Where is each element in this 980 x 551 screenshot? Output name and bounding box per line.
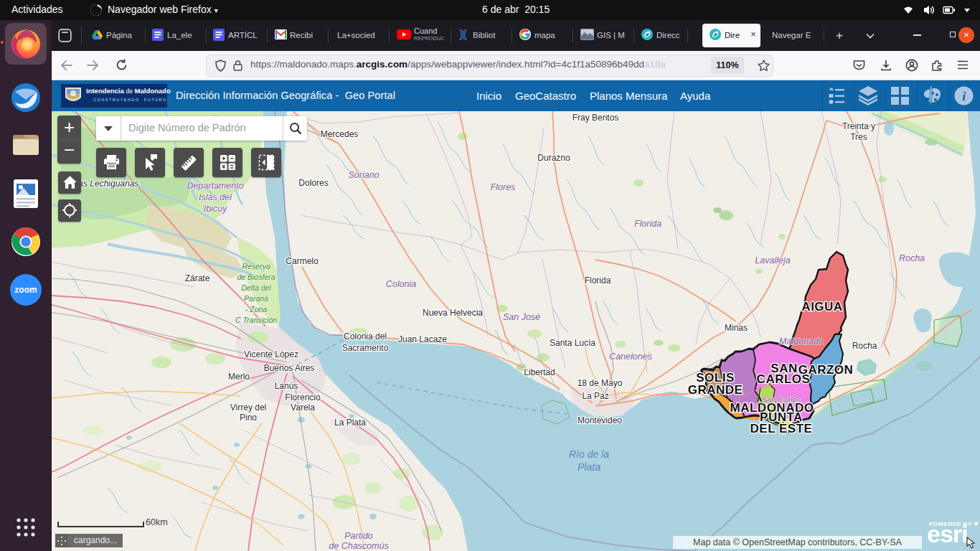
- svg-text:Lanús: Lanús: [275, 381, 298, 391]
- svg-text:Mercedes: Mercedes: [321, 129, 359, 139]
- svg-text:DEL ESTE: DEL ESTE: [750, 422, 813, 435]
- svg-text:Canelones: Canelones: [609, 352, 652, 362]
- svg-text:La Plata: La Plata: [334, 418, 366, 428]
- svg-text:Varela: Varela: [291, 402, 315, 413]
- svg-text:Libertad: Libertad: [524, 367, 555, 377]
- svg-text:Reserva: Reserva: [242, 262, 270, 270]
- svg-text:Soriano: Soriano: [348, 170, 379, 180]
- svg-text:i: i: [962, 90, 966, 103]
- svg-text:de Biosfera: de Biosfera: [237, 273, 275, 281]
- svg-text:Juan Lacaze: Juan Lacaze: [398, 334, 447, 344]
- svg-text:Departamento: Departamento: [187, 181, 243, 191]
- svg-text:Durazno: Durazno: [537, 153, 570, 163]
- svg-text:Paraná: Paraná: [244, 294, 268, 303]
- svg-text:GARZON: GARZON: [798, 363, 854, 377]
- svg-text:Virrey del: Virrey del: [230, 402, 266, 413]
- svg-text:Carmelo: Carmelo: [286, 256, 319, 266]
- svg-text:Florida: Florida: [634, 219, 661, 229]
- svg-text:Treinta y: Treinta y: [842, 121, 875, 131]
- svg-text:Minas: Minas: [725, 323, 748, 333]
- svg-text:San José: San José: [503, 312, 540, 322]
- svg-text:Rocha: Rocha: [899, 253, 925, 263]
- svg-text:Montevideo: Montevideo: [578, 415, 622, 425]
- svg-text:Santa Lucía: Santa Lucía: [550, 338, 595, 348]
- svg-text:GRANDE: GRANDE: [688, 383, 743, 397]
- svg-text:Tres: Tres: [850, 132, 867, 142]
- svg-text:Buenos Aires: Buenos Aires: [264, 363, 315, 373]
- svg-text:Islas del: Islas del: [199, 192, 232, 202]
- svg-text:La Paz: La Paz: [582, 391, 608, 401]
- svg-text:Lavalleja: Lavalleja: [755, 255, 790, 265]
- svg-text:Delta del: Delta del: [241, 283, 271, 292]
- svg-text:Fray Bentos: Fray Bentos: [573, 113, 619, 123]
- svg-text:Colonia del: Colonia del: [344, 331, 387, 342]
- svg-text:Merlo: Merlo: [228, 372, 250, 382]
- svg-text:Partido: Partido: [344, 531, 373, 541]
- svg-text:Rocha: Rocha: [852, 341, 877, 351]
- svg-text:18 de Mayo: 18 de Mayo: [578, 378, 623, 388]
- svg-text:Plata: Plata: [578, 461, 600, 473]
- svg-text:Sacramento: Sacramento: [342, 343, 389, 353]
- svg-text:Río de la: Río de la: [569, 448, 609, 460]
- svg-text:Florida: Florida: [585, 276, 611, 286]
- svg-text:las Lechiguanas: las Lechiguanas: [77, 179, 139, 189]
- svg-text:Pino: Pino: [240, 413, 257, 423]
- svg-text:Nueva Helvecia: Nueva Helvecia: [423, 308, 483, 318]
- svg-text:Zárate: Zárate: [185, 273, 210, 283]
- svg-text:C Transición: C Transición: [235, 316, 277, 324]
- svg-text:Flores: Flores: [491, 182, 516, 192]
- svg-text:Vicente López: Vicente López: [244, 349, 298, 359]
- svg-text:de Chascomús: de Chascomús: [329, 541, 388, 551]
- svg-text:Dolores: Dolores: [298, 178, 328, 188]
- svg-text:Florencio: Florencio: [285, 392, 321, 402]
- svg-text:- Zona: - Zona: [245, 305, 268, 314]
- svg-text:Maldonado: Maldonado: [779, 336, 824, 347]
- svg-text:AIGUA: AIGUA: [801, 300, 842, 314]
- svg-text:Colonia: Colonia: [386, 279, 416, 289]
- svg-text:Ibicuy: Ibicuy: [204, 204, 227, 214]
